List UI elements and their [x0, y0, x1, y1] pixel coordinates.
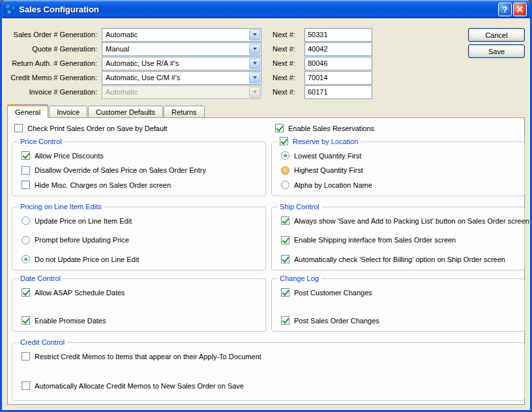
sales-configuration-window: Sales Configuration ? ✕ Sales Order # Ge… [0, 0, 532, 412]
return-auth-generation-label: Return Auth. # Generation: [6, 59, 97, 67]
general-tab-panel: Check Print Sales Order on Save by Defau… [7, 117, 525, 405]
checkbox-icon [14, 124, 23, 132]
checkbox-always-show-save-and-add-packing-list[interactable]: Always show 'Save and Add to Packing Lis… [281, 216, 520, 225]
checkbox-icon [281, 316, 289, 325]
radio-label: Prompt before Updating Price [35, 236, 129, 244]
checkbox-label: Hide Misc. Charges on Sales Order screen [35, 181, 171, 189]
next-number-label: Next #: [273, 59, 304, 67]
checkbox-icon [281, 216, 289, 225]
chevron-down-icon[interactable] [249, 58, 260, 69]
generation-header: Sales Order # Generation: Automatic Next… [2, 18, 530, 104]
cancel-button[interactable]: Cancel [468, 28, 525, 42]
next-number-label: Next #: [273, 31, 304, 38]
quote-next-number-input[interactable] [304, 42, 372, 56]
credit-memo-next-number-input[interactable] [304, 71, 372, 85]
invoice-generation-combo: Automatic [102, 85, 261, 99]
credit-memo-generation-label: Credit Memo # Generation: [6, 74, 97, 81]
checkbox-restrict-credit-memos[interactable]: Restrict Credit Memos to Items that appe… [22, 352, 520, 360]
return-auth-generation-row: Return Auth. # Generation: Automatic, Us… [2, 56, 530, 70]
credit-control-group: Credit Control Restrict Credit Memos to … [12, 342, 525, 401]
return-auth-generation-combo[interactable]: Automatic, Use R/A #'s [102, 57, 261, 70]
action-buttons: Cancel Save [468, 28, 525, 58]
radio-update-price-on-line-item-edit[interactable]: Update Price on Line Item Edit [22, 216, 261, 225]
checkbox-icon [281, 288, 289, 297]
checkbox-icon [22, 316, 30, 325]
credit-memo-generation-combo[interactable]: Automatic, Use C/M #'s [102, 71, 261, 85]
close-button[interactable]: ✕ [513, 3, 527, 16]
checkbox-label: Post Customer Changes [294, 289, 372, 297]
checkbox-icon [22, 166, 30, 175]
checkbox-check-print-sales-order[interactable]: Check Print Sales Order on Save by Defau… [14, 124, 168, 132]
checkbox-post-customer-changes[interactable]: Post Customer Changes [281, 288, 520, 297]
date-control-group: Date Control Allow ASAP Schedule Dates E… [12, 278, 266, 332]
radio-lowest-quantity-first[interactable]: Lowest Quantity First [281, 151, 520, 160]
checkbox-allow-price-discounts[interactable]: Allow Price Discounts [22, 151, 261, 160]
radio-icon [281, 181, 289, 189]
checkbox-label: Allow ASAP Schedule Dates [35, 289, 125, 297]
combo-value: Automatic, Use C/M #'s [102, 74, 249, 81]
invoice-generation-row: Invoice # Generation: Automatic Next #: [2, 85, 530, 99]
checkbox-icon [281, 255, 289, 263]
combo-value: Automatic [102, 88, 249, 96]
radio-highest-quantity-first[interactable]: Highest Quantity First [281, 166, 520, 175]
help-button[interactable]: ? [498, 3, 512, 16]
ship-control-title: Ship Control [277, 203, 322, 211]
checkbox-post-sales-order-changes[interactable]: Post Sales Order Changes [281, 316, 520, 325]
sales-order-next-number-input[interactable] [304, 28, 372, 42]
radio-prompt-before-updating-price[interactable]: Prompt before Updating Price [22, 236, 261, 244]
date-control-title: Date Control [18, 274, 63, 282]
sales-order-generation-combo[interactable]: Automatic [102, 28, 261, 42]
sales-order-generation-label: Sales Order # Generation: [6, 31, 97, 38]
chevron-down-icon[interactable] [249, 29, 260, 40]
radio-icon [281, 166, 289, 175]
chevron-down-icon[interactable] [249, 44, 260, 55]
checkbox-icon [22, 352, 30, 360]
tab-bar: General Invoice Customer Defaults Return… [2, 104, 530, 118]
tab-invoice[interactable]: Invoice [49, 106, 87, 118]
checkbox-enable-shipping-interface[interactable]: Enable Shipping interface from Sales Ord… [281, 236, 520, 244]
quote-generation-row: Quote # Generation: Manual Next #: [2, 42, 530, 56]
checkbox-icon [281, 236, 289, 244]
ship-control-group: Ship Control Always show 'Save and Add t… [271, 207, 525, 271]
radio-do-not-update-price[interactable]: Do not Update Price on Line Edit [22, 255, 261, 263]
checkbox-allow-asap-schedule-dates[interactable]: Allow ASAP Schedule Dates [22, 288, 261, 297]
invoice-generation-label: Invoice # Generation: [6, 88, 97, 96]
radio-alpha-by-location-name[interactable]: Alpha by Location Name [281, 181, 520, 189]
credit-memo-generation-row: Credit Memo # Generation: Automatic, Use… [2, 70, 530, 85]
checkbox-enable-promise-dates[interactable]: Enable Promise Dates [22, 316, 261, 325]
invoice-next-number-input[interactable] [304, 85, 372, 99]
checkbox-label: Post Sales Order Changes [294, 317, 379, 325]
next-number-label: Next #: [273, 88, 304, 96]
tab-customer-defaults[interactable]: Customer Defaults [88, 106, 163, 118]
checkbox-label: Restrict Credit Memos to Items that appe… [35, 353, 261, 360]
checkbox-icon [275, 124, 284, 132]
checkbox-hide-misc-charges[interactable]: Hide Misc. Charges on Sales Order screen [22, 181, 261, 189]
checkbox-auto-allocate-credit-memos[interactable]: Automatically Allocate Credit Memos to N… [22, 381, 520, 390]
tab-general[interactable]: General [7, 104, 48, 118]
radio-icon [22, 236, 30, 244]
checkbox-disallow-override-sales-price[interactable]: Disallow Override of Sales Price on Sale… [22, 166, 261, 175]
combo-value: Automatic [102, 31, 249, 38]
checkbox-label: Disallow Override of Sales Price on Sale… [35, 166, 206, 174]
checkbox-icon [280, 137, 288, 145]
checkbox-label: Always show 'Save and Add to Packing Lis… [294, 217, 529, 225]
quote-generation-combo[interactable]: Manual [102, 42, 261, 56]
checkbox-icon [22, 288, 30, 297]
save-button[interactable]: Save [468, 44, 525, 58]
combo-value: Automatic, Use R/A #'s [102, 59, 249, 67]
radio-label: Update Price on Line Item Edit [35, 217, 132, 225]
checkbox-enable-sales-reservations[interactable]: Enable Sales Reservations [275, 124, 374, 132]
window-title: Sales Configuration [19, 5, 497, 14]
checkbox-label: Enable Promise Dates [35, 317, 106, 325]
titlebar[interactable]: Sales Configuration ? ✕ [2, 0, 530, 18]
chevron-down-icon[interactable] [249, 72, 260, 83]
pricing-line-item-title: Pricing on Line Item Edits [18, 203, 104, 211]
radio-label: Lowest Quantity First [294, 152, 361, 160]
next-number-label: Next #: [273, 45, 304, 53]
change-log-title: Change Log [277, 274, 321, 282]
change-log-group: Change Log Post Customer Changes Post Sa… [271, 278, 525, 332]
tab-returns[interactable]: Returns [164, 106, 205, 118]
return-auth-next-number-input[interactable] [304, 57, 372, 70]
checkbox-auto-check-select-for-billing[interactable]: Automatically check 'Select for Billing'… [281, 255, 520, 263]
checkbox-reserve-by-location[interactable]: Reserve by Location [277, 137, 361, 145]
